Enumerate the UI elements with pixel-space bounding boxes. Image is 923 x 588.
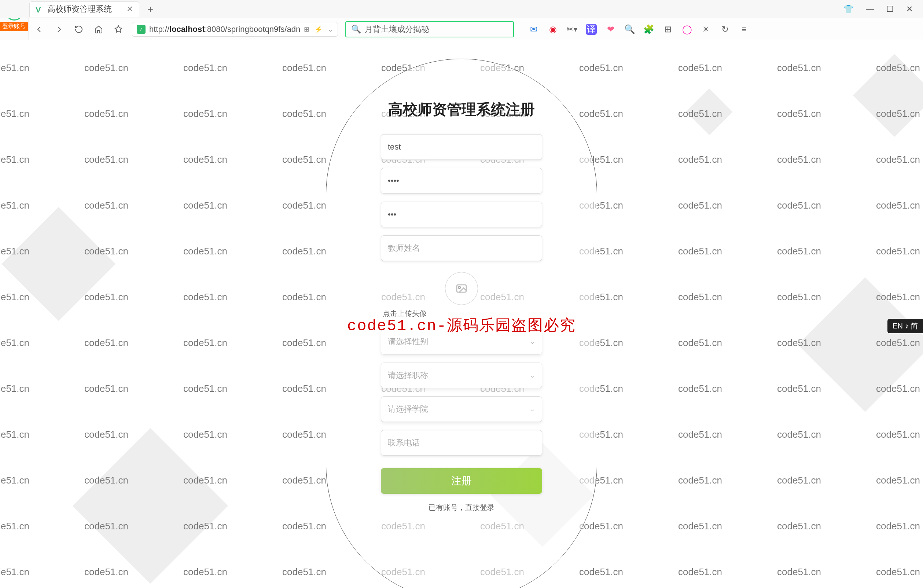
register-button[interactable]: 注册	[381, 468, 542, 494]
watermark-text: code51.cn	[678, 383, 722, 394]
watermark-text: code51.cn	[678, 154, 722, 165]
watermark-text: code51.cn	[84, 291, 128, 303]
refresh-ext-icon[interactable]: ↻	[720, 24, 730, 34]
forward-button[interactable]	[53, 23, 65, 36]
chevron-down-icon: ⌄	[530, 338, 535, 346]
address-bar: ✓ http://localhost:8080/springbootqn9fs/…	[0, 18, 923, 40]
center-watermark: code51.cn-源码乐园盗图必究	[347, 315, 576, 335]
watermark-text: code51.cn	[777, 246, 821, 257]
browser-tab[interactable]: V 高校师资管理系统 ✕	[30, 2, 139, 17]
extensions-icon[interactable]: 🧩	[644, 24, 654, 34]
password-confirm-input[interactable]	[381, 202, 542, 227]
watermark-text: code51.cn	[777, 154, 821, 165]
ai-badge-icon[interactable]: ◯	[682, 24, 692, 34]
theme-icon[interactable]: ☀	[701, 24, 711, 34]
watermark-text: code51.cn	[777, 383, 821, 394]
ime-badge[interactable]: EN ♪ 简	[887, 319, 923, 333]
watermark-text: code51.cn	[183, 291, 227, 303]
watermark-text: code51.cn	[282, 246, 326, 257]
watermark-text: code51.cn	[0, 246, 30, 257]
svg-point-1	[458, 286, 461, 289]
watermark-text: code51.cn	[876, 521, 920, 532]
browser-search-input[interactable]: 🔍 月背土壤成分揭秘	[345, 21, 514, 38]
watermark-text: code51.cn	[0, 521, 30, 532]
watermark-text: code51.cn	[876, 475, 920, 486]
watermark-text: code51.cn	[84, 108, 128, 120]
close-icon[interactable]: ✕	[906, 4, 913, 14]
scissors-icon[interactable]: ✂▾	[567, 24, 577, 34]
phone-input[interactable]	[381, 430, 542, 456]
watermark-text: code51.cn	[183, 429, 227, 440]
watermark-text: code51.cn	[0, 108, 30, 120]
weibo-icon[interactable]: ◉	[548, 24, 558, 34]
watermark-text: code51.cn	[777, 567, 821, 578]
watermark-text: code51.cn	[183, 337, 227, 348]
reload-button[interactable]	[72, 23, 85, 36]
heart-icon[interactable]: ❤	[606, 24, 616, 34]
watermark-text: code51.cn	[84, 200, 128, 211]
watermark-text: code51.cn	[84, 429, 128, 440]
password-input[interactable]	[381, 168, 542, 194]
watermark-text: code51.cn	[777, 521, 821, 532]
home-button[interactable]	[92, 23, 105, 36]
watermark-text: code51.cn	[0, 62, 30, 74]
back-button[interactable]	[33, 23, 46, 36]
mail-icon[interactable]: ✉	[529, 24, 539, 34]
watermark-text: code51.cn	[0, 475, 30, 486]
watermark-text: code51.cn	[777, 200, 821, 211]
watermark-text: code51.cn	[0, 200, 30, 211]
menu-icon[interactable]: ≡	[739, 24, 749, 34]
watermark-text: code51.cn	[84, 337, 128, 348]
toolbar-icons: ✉ ◉ ✂▾ 译 ❤ 🔍 🧩 ⊞ ◯ ☀ ↻ ≡	[529, 24, 749, 35]
maximize-icon[interactable]: ☐	[886, 4, 893, 14]
search-icon: 🔍	[351, 25, 361, 34]
watermark-text: code51.cn	[183, 108, 227, 120]
watermark-text: code51.cn	[777, 475, 821, 486]
watermark-text: code51.cn	[0, 337, 30, 348]
url-input[interactable]: ✓ http://localhost:8080/springbootqn9fs/…	[132, 22, 338, 37]
watermark-text: code51.cn	[678, 337, 722, 348]
watermark-text: code51.cn	[282, 154, 326, 165]
watermark-text: code51.cn	[282, 521, 326, 532]
watermark-text: code51.cn	[183, 383, 227, 394]
search-placeholder: 月背土壤成分揭秘	[365, 24, 429, 35]
watermark-text: code51.cn	[678, 108, 722, 120]
flash-icon[interactable]: ⚡	[315, 25, 323, 33]
watermark-text: code51.cn	[876, 200, 920, 211]
new-tab-button[interactable]: ＋	[144, 3, 157, 16]
login-link[interactable]: 已有账号，直接登录	[429, 503, 494, 512]
minimize-icon[interactable]: —	[866, 4, 874, 14]
watermark-text: code51.cn	[876, 108, 920, 120]
teacher-name-input[interactable]	[381, 235, 542, 261]
watermark-text: code51.cn	[678, 291, 722, 303]
avatar-upload-button[interactable]	[445, 272, 478, 305]
rank-select[interactable]: 请选择职称 ⌄	[381, 363, 542, 388]
watermark-text: code51.cn	[84, 521, 128, 532]
watermark-text: code51.cn	[0, 383, 30, 394]
chevron-down-icon: ⌄	[530, 371, 535, 379]
gender-select-placeholder: 请选择性别	[388, 336, 428, 347]
url-text: http://localhost:8080/springbootqn9fs/ad…	[149, 25, 300, 34]
username-input[interactable]	[381, 134, 542, 160]
tab-close-icon[interactable]: ✕	[126, 4, 133, 14]
svg-rect-0	[457, 285, 466, 292]
wardrobe-icon[interactable]: 👕	[843, 4, 853, 14]
apps-icon[interactable]: ⊞	[663, 24, 673, 34]
translate-icon[interactable]: 译	[586, 24, 597, 35]
window-controls: 👕 — ☐ ✕	[843, 4, 923, 14]
chevron-down-icon[interactable]: ⌄	[328, 25, 333, 33]
watermark-text: code51.cn	[183, 567, 227, 578]
search-tool-icon[interactable]: 🔍	[625, 24, 635, 34]
favorite-button[interactable]	[112, 23, 125, 36]
watermark-text: code51.cn	[183, 62, 227, 74]
qr-icon[interactable]: ⊞	[304, 25, 309, 33]
watermark-text: code51.cn	[678, 521, 722, 532]
watermark-text: code51.cn	[282, 475, 326, 486]
watermark-text: code51.cn	[183, 246, 227, 257]
watermark-text: code51.cn	[678, 200, 722, 211]
watermark-text: code51.cn	[876, 429, 920, 440]
login-badge[interactable]: 登录账号	[0, 22, 28, 31]
college-select[interactable]: 请选择学院 ⌄	[381, 396, 542, 422]
watermark-text: code51.cn	[579, 108, 623, 120]
watermark-text: code51.cn	[84, 383, 128, 394]
